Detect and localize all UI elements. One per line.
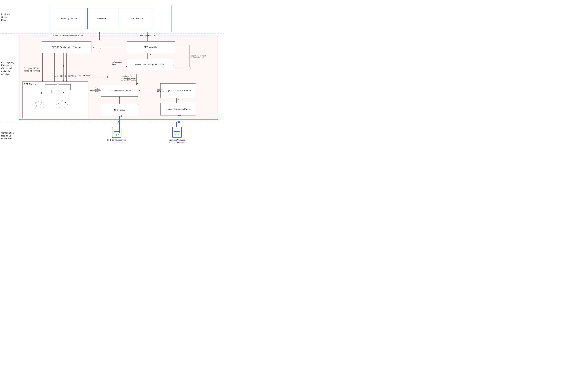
gft-config-file-icon: </> GFT Configuration file	[107, 127, 126, 141]
reg-mid-box-1	[35, 94, 47, 100]
reg-circle-4	[64, 104, 68, 108]
reg-circle-1	[32, 104, 37, 108]
reg-circle-3	[56, 104, 60, 108]
gft-layering-label: GFT Layering Framework (for reasoning an…	[1, 61, 14, 76]
linguistic-variables-factory-box: Linguistic Variables Factory	[160, 83, 196, 98]
submit-variables-annotation: submitvariables	[157, 88, 164, 93]
linguistic-variables-parser-box: Linguistic Variables Parser	[160, 103, 196, 115]
update-registry-annotation: updateregistry	[95, 88, 100, 93]
svg-text:</>: </>	[114, 133, 119, 136]
reg-top-box-2	[59, 84, 71, 90]
icm-label: Intelligent Control Model	[1, 13, 10, 22]
parsed-gft-config-box: Parsed GFT Configuration object	[127, 59, 173, 70]
reg-top-box-1	[45, 84, 57, 90]
reg-mid-box-2	[58, 94, 70, 100]
svg-text:</>: </>	[175, 133, 179, 136]
maintains-parsed-annotation: maintains theparsed GFT details	[121, 75, 136, 80]
config-input-left-annotation: configurationinput	[112, 61, 122, 66]
gftl-algorithm-box: GFTL Algorithm	[127, 41, 175, 53]
diagram-container: submit current KB encoding GFT execution…	[0, 0, 225, 154]
learning-module-box: Learning module	[53, 8, 85, 29]
gft-construction-engine-box: GFT Construction Engine	[101, 85, 138, 96]
reasoner-box: Reasoner	[87, 8, 116, 29]
gft-parser-box: GFT Parser	[101, 104, 138, 116]
config-files-label: Configuration files for GFT construction	[1, 131, 14, 140]
data-collector-box: Data Collector	[119, 8, 154, 29]
gft-kb-config-box: GFT KB Configuration Algorithm	[42, 41, 92, 53]
reg-circle-2	[40, 104, 44, 108]
query-gfs-annotation: Query for a GFS with name	[55, 75, 76, 77]
gft-execution-text: GFT execution for action	[140, 34, 159, 36]
submit-kb-text: submit current KB encoding	[53, 34, 75, 36]
config-input-right-annotation: configuration input	[191, 55, 206, 57]
configures-gft-annotation: Configures GFT withcurrent KB encoding	[24, 67, 40, 72]
linguistic-config-file-icon: </> Linguistic Variables Configuration F…	[167, 127, 187, 144]
